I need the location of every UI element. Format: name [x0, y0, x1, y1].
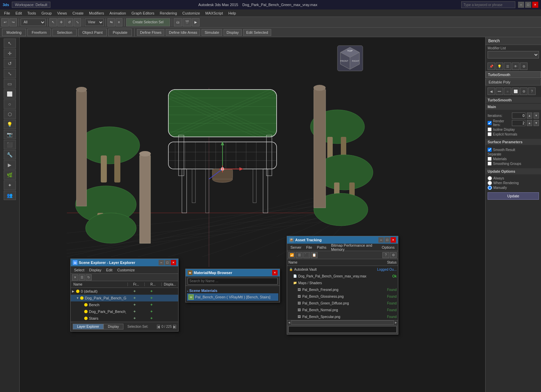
- at-options-menu[interactable]: Options: [380, 245, 397, 250]
- se-content[interactable]: ▶ 0 (default) ✦ ✦ ▼ Dog_Park_Pal_Bench_G…: [71, 288, 178, 322]
- se-next-button[interactable]: ▶: [173, 325, 176, 329]
- menu-group[interactable]: Group: [39, 10, 54, 16]
- sidebar-cylinder-icon[interactable]: ⬡: [4, 109, 16, 119]
- sidebar-people-icon[interactable]: 👥: [4, 191, 16, 200]
- se-display-menu[interactable]: Display: [87, 267, 103, 273]
- se-row-stairs[interactable]: Stairs ✦ ✦: [71, 315, 178, 322]
- scale-button[interactable]: ⤡: [74, 18, 81, 26]
- sidebar-box-icon[interactable]: ⬜: [4, 89, 16, 99]
- mirror-button[interactable]: ⇋: [108, 18, 115, 26]
- menu-animation[interactable]: Animation: [107, 10, 129, 16]
- menu-tools[interactable]: Tools: [25, 10, 39, 16]
- sidebar-scale-icon[interactable]: ⤡: [4, 69, 16, 78]
- se-row-dogpark-child[interactable]: Dog_Park_Pal_Bench_Green ✦ ✦: [71, 308, 178, 315]
- select-button[interactable]: ↖: [49, 18, 57, 26]
- at-restore-button[interactable]: □: [384, 237, 390, 243]
- sidebar-star-icon[interactable]: ✦: [4, 180, 16, 190]
- at-row-maps[interactable]: 📁 Maps / Shaders: [287, 279, 398, 286]
- rp-update-button[interactable]: Update: [488, 192, 539, 200]
- tab-selection[interactable]: Selection: [52, 29, 76, 36]
- create-selection-button[interactable]: Create Selection Sel: [126, 18, 170, 26]
- se-close-button[interactable]: ✕: [171, 260, 176, 265]
- sidebar-light-icon[interactable]: 💡: [4, 120, 16, 129]
- layer-manager-button[interactable]: 🗂: [174, 18, 182, 26]
- rp-render-iters-check[interactable]: [488, 121, 492, 125]
- restore-button[interactable]: □: [525, 2, 531, 8]
- rp-update-options-header[interactable]: Update Options: [486, 168, 541, 174]
- at-minimize-button[interactable]: –: [378, 237, 384, 243]
- rp-when-rendering-radio[interactable]: [488, 181, 492, 185]
- minimize-button[interactable]: –: [518, 2, 524, 8]
- at-row-specular[interactable]: 🖼 Pal_Bench_Specular.png Found: [287, 313, 398, 320]
- view-dropdown[interactable]: View World Local: [85, 19, 104, 26]
- menu-file[interactable]: File: [1, 10, 13, 16]
- at-row-fresnel[interactable]: 🖼 Pal_Bench_Fresnel.png Found: [287, 286, 398, 293]
- render-setup-button[interactable]: 🎬: [183, 18, 191, 26]
- sidebar-camera-icon[interactable]: 📷: [4, 130, 16, 139]
- menu-help[interactable]: Help: [226, 10, 239, 16]
- at-scroll-right[interactable]: ▶: [394, 320, 398, 325]
- at-row-glossiness[interactable]: 🖼 Pal_Bench_Glossiness.png Found: [287, 293, 398, 300]
- menu-modifiers[interactable]: Modifiers: [86, 10, 107, 16]
- at-content[interactable]: 🔒 Autodesk Vault Logged Ou... 📄 Dog_Park…: [287, 266, 398, 320]
- rp-icon-eye[interactable]: 👁: [512, 63, 519, 70]
- menu-rendering[interactable]: Rendering: [157, 10, 180, 16]
- rp-modifier-turbosmooth[interactable]: TurboSmooth: [486, 71, 541, 78]
- se-row-dogpark-parent[interactable]: ▼ Dog_Park_Pal_Bench_Green ✦ ✦: [71, 295, 178, 301]
- at-file-menu[interactable]: File: [304, 245, 314, 250]
- menu-create[interactable]: Create: [70, 10, 86, 16]
- at-help-icon[interactable]: ?: [382, 252, 389, 258]
- viewport[interactable]: [ + ] [Perspective] [Realistic + Edged F…: [20, 37, 485, 392]
- se-tab-layer-explorer[interactable]: Layer Explorer: [73, 324, 103, 329]
- rp-riter-up[interactable]: ▲: [527, 120, 532, 126]
- sidebar-plane-icon[interactable]: ▭: [4, 79, 16, 89]
- sidebar-rotate-icon[interactable]: ↺: [4, 59, 16, 68]
- sidebar-render-icon[interactable]: ▶: [4, 160, 16, 170]
- tab-populate[interactable]: Populate: [108, 29, 132, 36]
- at-row-normal[interactable]: 🖼 Pal_Bench_Normal.png Found: [287, 307, 398, 313]
- se-layer-icon[interactable]: ☰: [79, 274, 85, 280]
- rp-icon-light[interactable]: 💡: [496, 63, 503, 70]
- se-row-default[interactable]: ▶ 0 (default) ✦ ✦: [71, 288, 178, 295]
- redo-button[interactable]: ↪: [9, 18, 17, 26]
- se-select-menu[interactable]: Select: [72, 267, 87, 273]
- menu-graph-editors[interactable]: Graph Editors: [129, 10, 157, 16]
- sidebar-material-icon[interactable]: ⬛: [4, 140, 16, 149]
- se-customize-menu[interactable]: Customize: [115, 267, 137, 273]
- rp-icon-settings2[interactable]: ⚙: [520, 88, 527, 95]
- simulate-button[interactable]: Simulate: [202, 29, 222, 36]
- define-idle-areas-button[interactable]: Define Idle Areas: [166, 29, 200, 36]
- material-browser-title[interactable]: M Material/Map Browser ✕: [186, 269, 280, 276]
- tab-object-paint[interactable]: Object Paint: [78, 29, 107, 36]
- at-row-diffuse[interactable]: 🖼 Pal_Bench_Green_Diffuse.png Found: [287, 300, 398, 307]
- align-button[interactable]: ≡: [116, 18, 122, 26]
- define-flows-button[interactable]: Define Flows: [137, 29, 165, 36]
- se-expand-default[interactable]: ▶: [72, 290, 76, 293]
- at-server-menu[interactable]: Server: [288, 245, 303, 250]
- rp-isoline-check[interactable]: [488, 127, 492, 131]
- menu-maxscript[interactable]: MAXScript: [203, 10, 226, 16]
- at-icon-1[interactable]: 📶: [288, 252, 295, 258]
- se-restore-button[interactable]: □: [165, 260, 170, 265]
- sidebar-move-icon[interactable]: ✛: [4, 49, 16, 58]
- rp-materials-check[interactable]: [488, 157, 492, 161]
- display-button[interactable]: Display: [224, 29, 242, 36]
- rp-icon-sphere[interactable]: ○: [504, 88, 511, 95]
- render-button[interactable]: ▶: [192, 18, 199, 26]
- close-button[interactable]: ✕: [532, 2, 538, 8]
- at-paths-menu[interactable]: Paths: [315, 245, 328, 250]
- se-clear-icon[interactable]: ✕: [72, 274, 78, 280]
- at-bitmap-menu[interactable]: Bitmap Performance and Memory: [329, 243, 379, 252]
- rp-icon-cube[interactable]: ⬜: [512, 88, 519, 95]
- se-prev-button[interactable]: ◀: [157, 325, 160, 329]
- rp-iterations-input[interactable]: [512, 113, 525, 119]
- at-scroll-left[interactable]: ◀: [287, 320, 291, 325]
- at-close-button[interactable]: ✕: [391, 237, 396, 243]
- sidebar-modifier-icon[interactable]: 🔧: [4, 150, 16, 160]
- at-row-file[interactable]: 📄 Dog_Park_Pal_Bench_Green_max_vray.max …: [287, 273, 398, 279]
- at-scroll-thumb[interactable]: [291, 320, 394, 325]
- rp-iter-up[interactable]: ▲: [527, 113, 532, 119]
- at-path-input[interactable]: [288, 326, 397, 333]
- at-settings-icon[interactable]: ⚙: [390, 252, 397, 258]
- rp-main-header[interactable]: Main: [486, 104, 541, 110]
